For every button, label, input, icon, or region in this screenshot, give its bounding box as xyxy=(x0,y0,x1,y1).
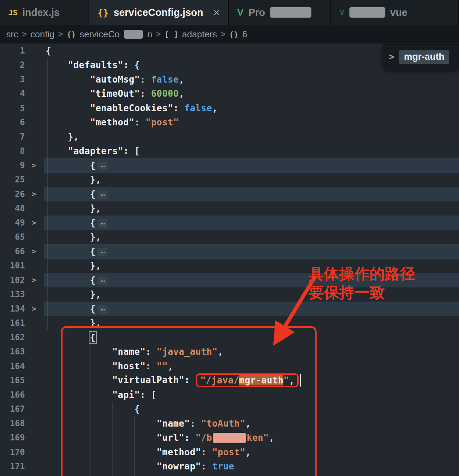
code-area: 1{2 "defaults": {3 "autoMsg": false,4 "t… xyxy=(0,44,459,476)
code-line-169[interactable]: 169 "url": "/bken", xyxy=(0,431,459,445)
gutter: 162 xyxy=(0,333,44,342)
line-number: 133 xyxy=(0,289,25,299)
code-token: " xyxy=(283,375,289,385)
indent-guide xyxy=(134,416,135,476)
folded-code-ellipsis[interactable]: ⋯ xyxy=(98,219,107,228)
breadcrumb-element-index[interactable]: 6 xyxy=(242,29,247,40)
fold-chevron-icon[interactable]: > xyxy=(25,161,43,170)
breadcrumb-file[interactable]: serviceCo xyxy=(79,29,120,40)
code-line-171[interactable]: 171 "nowrap": true xyxy=(0,459,459,474)
gutter: 5 xyxy=(0,103,44,113)
code-line-7[interactable]: 7 }, xyxy=(0,130,459,144)
code-line-163[interactable]: 163 "name": "java_auth", xyxy=(0,345,459,359)
code-line-166[interactable]: 166 "api": [ xyxy=(0,388,459,402)
code-text: "adapters": [ xyxy=(44,146,140,156)
tab-vue-file-2[interactable]: V vue xyxy=(331,0,459,25)
fold-chevron-icon[interactable]: > xyxy=(25,276,43,284)
breadcrumb-config[interactable]: config xyxy=(30,29,54,40)
code-token: "autoMsg" xyxy=(90,74,140,85)
code-line-9[interactable]: 9> {⋯ xyxy=(0,158,459,173)
code-line-134[interactable]: 134> {⋯ xyxy=(0,302,459,316)
code-token: : xyxy=(146,346,157,357)
code-token xyxy=(46,390,112,400)
picker-item-mgr-auth[interactable]: mgr-auth xyxy=(399,50,449,64)
breadcrumb-adapters[interactable]: adapters xyxy=(182,29,217,40)
code-token: "nowrap" xyxy=(157,461,201,472)
code-line-168[interactable]: 168 "name": "toAuth", xyxy=(0,416,459,431)
code-line-5[interactable]: 5 "enableCookies": false, xyxy=(0,101,459,115)
breadcrumb-src[interactable]: src xyxy=(6,29,18,40)
json-icon: {} xyxy=(67,30,76,39)
code-line-161[interactable]: 161 }, xyxy=(0,316,459,331)
fold-chevron-icon[interactable]: > xyxy=(25,247,43,256)
code-token: { xyxy=(46,275,95,285)
vue-icon: V xyxy=(237,7,244,18)
code-token: "name" xyxy=(157,418,190,429)
annotation-value-box: "/java/mgr-auth", xyxy=(196,373,299,387)
code-token: }, xyxy=(46,289,101,299)
code-line-165[interactable]: 165 "virtualPath": "/java/mgr-auth", xyxy=(0,373,459,388)
tab-index-js[interactable]: JS index.js xyxy=(0,0,89,25)
fold-chevron-icon[interactable]: > xyxy=(25,190,43,198)
code-line-25[interactable]: 25 }, xyxy=(0,173,459,187)
tab-vue-file-1[interactable]: V Pro xyxy=(229,0,331,25)
folded-code-ellipsis[interactable]: ⋯ xyxy=(98,277,107,285)
code-line-4[interactable]: 4 "timeOut": 60000, xyxy=(0,87,459,101)
code-text: {⋯ xyxy=(44,218,107,228)
close-icon[interactable]: × xyxy=(213,7,220,18)
tab-label: serviceConfig.json xyxy=(114,7,203,18)
folded-code-ellipsis[interactable]: ⋯ xyxy=(98,248,107,256)
code-line-49[interactable]: 49> {⋯ xyxy=(0,216,459,230)
array-icon: [ ] xyxy=(165,30,178,39)
code-line-66[interactable]: 66> {⋯ xyxy=(0,244,459,259)
code-line-3[interactable]: 3 "autoMsg": false, xyxy=(0,72,459,87)
code-token: , xyxy=(289,375,294,385)
code-token: "/java/ xyxy=(200,375,239,385)
gutter: 2 xyxy=(0,60,44,70)
code-token: false xyxy=(184,103,212,113)
code-line-170[interactable]: 170 "method": "post", xyxy=(0,445,459,459)
tab-label: index.js xyxy=(22,7,60,18)
object-icon: {} xyxy=(229,30,238,39)
folded-code-ellipsis[interactable]: ⋯ xyxy=(98,162,107,170)
code-token: "virtualPath" xyxy=(112,375,185,385)
fold-chevron-icon[interactable]: > xyxy=(25,304,43,313)
code-editor[interactable]: 1{2 "defaults": {3 "autoMsg": false,4 "t… xyxy=(0,44,459,476)
breadcrumb-picker: > mgr-auth xyxy=(383,44,459,69)
code-line-26[interactable]: 26> {⋯ xyxy=(0,187,459,201)
breadcrumb-file-suffix[interactable]: n xyxy=(147,29,152,40)
folded-code-ellipsis[interactable]: ⋯ xyxy=(98,305,107,314)
gutter: 167 xyxy=(0,404,44,414)
code-line-48[interactable]: 48 }, xyxy=(0,201,459,216)
code-line-172[interactable]: 172 } xyxy=(0,474,459,476)
code-token: "name" xyxy=(112,346,146,357)
code-text: "url": "/bken", xyxy=(44,432,274,444)
code-text: "host": "", xyxy=(44,361,173,371)
code-token: : xyxy=(140,88,151,99)
code-token: { xyxy=(46,304,95,314)
gutter: 48 xyxy=(0,203,44,213)
code-token: }, xyxy=(46,232,101,242)
code-token: "toAuth" xyxy=(201,418,245,429)
code-token xyxy=(46,375,112,385)
redaction-blob xyxy=(124,30,143,39)
line-number: 4 xyxy=(0,89,25,98)
code-text: }, xyxy=(44,132,79,142)
gutter: 169 xyxy=(0,433,44,442)
code-line-8[interactable]: 8 "adapters": [ xyxy=(0,144,459,159)
code-line-6[interactable]: 6 "method": "post" xyxy=(0,115,459,130)
code-text: {⋯ xyxy=(44,304,107,314)
fold-chevron-icon[interactable]: > xyxy=(25,218,43,227)
code-token: : xyxy=(146,361,157,371)
code-line-167[interactable]: 167 { xyxy=(0,402,459,417)
code-line-162[interactable]: 162 { xyxy=(0,330,459,345)
code-token xyxy=(46,346,112,357)
tab-serviceconfig-json[interactable]: {} serviceConfig.json × xyxy=(89,0,229,25)
code-line-65[interactable]: 65 }, xyxy=(0,230,459,245)
code-line-164[interactable]: 164 "host": "", xyxy=(0,359,459,373)
code-token: , xyxy=(245,418,251,429)
folded-code-ellipsis[interactable]: ⋯ xyxy=(98,191,107,199)
code-token xyxy=(46,447,157,457)
code-token: { xyxy=(46,46,51,56)
chevron-right-icon: > xyxy=(221,30,225,39)
